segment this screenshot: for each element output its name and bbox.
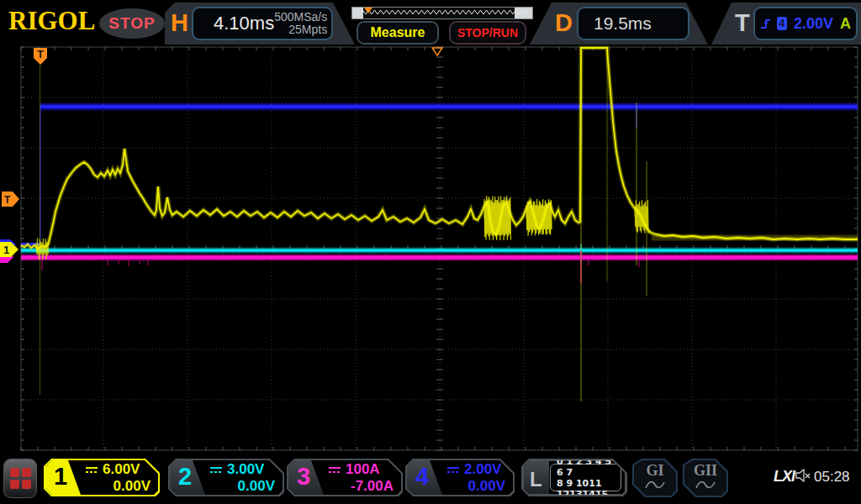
trigger-section[interactable]: T 4 2.00V A xyxy=(711,3,861,45)
digital-label: L xyxy=(530,468,542,491)
menu-button[interactable] xyxy=(3,459,37,498)
delay-label: D xyxy=(555,9,573,37)
trigger-box[interactable]: 4 2.00V A xyxy=(753,7,858,40)
waveform-display: TT1 xyxy=(0,0,861,504)
horizontal-section[interactable]: H 4.10ms 500MSa/s 25Mpts xyxy=(165,3,355,45)
horizontal-label: H xyxy=(171,9,188,37)
channel4-offset: 0.00V xyxy=(446,478,505,495)
channel2-scale: 3.00V xyxy=(227,461,264,478)
dc-coupling-icon xyxy=(209,466,223,474)
sine-wave-icon xyxy=(695,480,716,491)
channel1-number: 1 xyxy=(54,463,67,491)
trigger-label: T xyxy=(735,9,750,37)
source1-button[interactable]: GI xyxy=(632,459,678,497)
trigger-level-value: 2.00V xyxy=(794,15,833,33)
source2-label: GII xyxy=(694,462,717,480)
digital-channels-box[interactable]: L 0 1 2 3 4 5 6 7 8 9 1011 12131415 xyxy=(521,459,627,496)
source1-label: GI xyxy=(646,462,663,480)
delay-box[interactable]: 19.5ms xyxy=(577,7,689,40)
brand-logo: RIGOL xyxy=(8,6,95,36)
ch1-trace xyxy=(48,48,858,245)
digital-channel-list: 0 1 2 3 4 5 6 7 8 9 1011 12131415 xyxy=(550,464,621,491)
trigger-source-badge: 4 xyxy=(777,17,787,30)
trigger-slope-icon xyxy=(760,17,770,30)
channel2-offset: 0.00V xyxy=(209,478,275,495)
memory-position-bar xyxy=(351,7,533,19)
sample-rate: 500MSa/s 25Mpts xyxy=(274,11,334,36)
ch1-trace-halo xyxy=(48,48,858,245)
timebase-box[interactable]: 4.10ms 500MSa/s 25Mpts xyxy=(192,7,333,40)
trigger-sweep-mode: A xyxy=(840,15,851,33)
timebase-value: 4.10ms xyxy=(214,13,274,34)
channel1-offset: 0.00V xyxy=(85,478,151,495)
channel4-number: 4 xyxy=(415,463,429,491)
run-state-badge: STOP xyxy=(99,8,165,39)
speaker-muted-icon xyxy=(795,469,812,482)
stop-run-button[interactable]: STOP/RUN xyxy=(449,21,526,45)
trigger-level-label: T xyxy=(4,194,11,206)
channel1-scale: 6.00V xyxy=(103,461,140,478)
channel3-number: 3 xyxy=(297,463,310,491)
sine-wave-icon xyxy=(644,480,666,491)
channel2-box[interactable]: 2 3.00V 0.00V xyxy=(168,459,284,496)
channel4-scale: 2.00V xyxy=(464,461,501,478)
channel3-box[interactable]: 3 100A -7.00A xyxy=(287,459,403,496)
channel2-number: 2 xyxy=(178,463,192,491)
dc-coupling-icon xyxy=(85,466,98,474)
source2-button[interactable]: GII xyxy=(683,459,728,497)
status-bar: RIGOL STOP H 4.10ms 500MSa/s 25Mpts Meas… xyxy=(0,0,861,45)
memory-waveform-icon xyxy=(352,8,531,17)
lxi-logo: LXI xyxy=(774,468,795,486)
channel4-box[interactable]: 4 2.00V 0.00V xyxy=(405,459,515,496)
delay-section[interactable]: D 19.5ms xyxy=(530,3,708,45)
dc-coupling-icon xyxy=(446,466,460,474)
channel1-box[interactable]: 1 6.00V 0.00V xyxy=(44,459,160,496)
delay-value: 19.5ms xyxy=(594,13,652,34)
trigger-position-label: T xyxy=(37,48,44,60)
measure-button[interactable]: Measure xyxy=(357,21,439,45)
dc-coupling-icon xyxy=(328,466,341,474)
memory-trigger-marker xyxy=(364,8,372,13)
channel-bar: 1 6.00V 0.00V 2 xyxy=(0,454,861,504)
menu-grid-icon xyxy=(10,468,31,489)
channel3-scale: 100A xyxy=(346,461,380,478)
ch1-position-label: 1 xyxy=(3,244,9,256)
channel3-offset: -7.00A xyxy=(328,478,394,495)
oscilloscope-screen: { "header": { "brand": "RIGOL", "run_sta… xyxy=(0,0,861,504)
clock: 05:28 xyxy=(814,469,850,486)
delay-marker xyxy=(432,48,442,55)
